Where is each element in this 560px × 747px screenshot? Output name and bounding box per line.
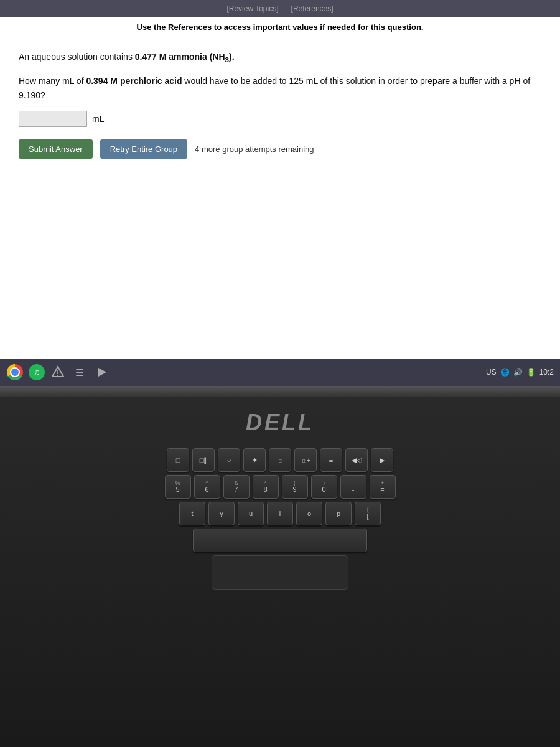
key-f3[interactable]: ✦ bbox=[243, 448, 266, 472]
attempts-remaining-text: 4 more group attempts remaining bbox=[195, 144, 314, 154]
volume-icon: 🔊 bbox=[513, 368, 523, 377]
question-line1: An aqueous solution contains 0.477 M amm… bbox=[19, 50, 541, 65]
trackpad[interactable] bbox=[212, 555, 348, 590]
key-escape[interactable]: □ bbox=[167, 448, 189, 472]
review-topics-link[interactable]: [Review Topics] bbox=[226, 4, 278, 13]
key-space[interactable] bbox=[193, 529, 367, 552]
button-row: Submit Answer Retry Entire Group 4 more … bbox=[19, 139, 541, 159]
taskbar: ♫ ☰ US bbox=[0, 359, 560, 386]
answer-input[interactable] bbox=[19, 111, 87, 127]
drive-icon[interactable] bbox=[50, 364, 66, 380]
key-star-8[interactable]: *8 bbox=[253, 475, 279, 499]
key-close-0[interactable]: )0 bbox=[311, 475, 337, 499]
play-icon[interactable] bbox=[93, 364, 111, 381]
keyboard-area: □ □∥ ○ ✦ ☼ ☼+ ≡ ◀◁ ▶ %5 ^6 &7 *8 bbox=[37, 442, 523, 599]
key-f4[interactable]: ☼ bbox=[269, 448, 291, 472]
key-f5[interactable]: ☼+ bbox=[294, 448, 317, 472]
key-caret-6[interactable]: ^6 bbox=[194, 475, 220, 499]
key-open-brace[interactable]: {[ bbox=[355, 502, 381, 525]
key-percent-5[interactable]: %5 bbox=[165, 475, 191, 499]
reference-notice-text: Use the References to access important v… bbox=[137, 22, 424, 32]
taskbar-right: US 🌐 🔊 🔋 10:2 bbox=[486, 368, 554, 377]
key-f2[interactable]: ○ bbox=[218, 448, 240, 472]
taskbar-left: ♫ ☰ bbox=[6, 364, 111, 381]
keyboard-row-fn: □ □∥ ○ ✦ ☼ ☼+ ≡ ◀◁ ▶ bbox=[44, 448, 516, 472]
files-icon[interactable]: ☰ bbox=[71, 364, 88, 381]
key-i[interactable]: i bbox=[267, 502, 293, 525]
spotify-icon[interactable]: ♫ bbox=[29, 364, 45, 380]
browser-content: [Review Topics] [References] Use the Ref… bbox=[0, 0, 560, 386]
key-p[interactable]: p bbox=[325, 502, 352, 525]
key-u[interactable]: u bbox=[238, 502, 264, 525]
key-f8[interactable]: ▶ bbox=[371, 448, 393, 472]
svg-point-2 bbox=[57, 375, 58, 376]
key-amp-7[interactable]: &7 bbox=[223, 475, 250, 499]
key-f7[interactable]: ◀◁ bbox=[345, 448, 368, 472]
key-equals[interactable]: += bbox=[370, 475, 396, 499]
question-area: An aqueous solution contains 0.477 M amm… bbox=[0, 37, 560, 386]
battery-icon: 🔋 bbox=[526, 368, 536, 377]
network-icon: 🌐 bbox=[500, 368, 510, 377]
key-open-9[interactable]: (9 bbox=[282, 475, 308, 499]
chrome-icon[interactable] bbox=[6, 364, 24, 381]
key-o[interactable]: o bbox=[296, 502, 322, 525]
screen: [Review Topics] [References] Use the Ref… bbox=[0, 0, 560, 386]
answer-row: mL bbox=[19, 111, 541, 127]
key-t[interactable]: t bbox=[179, 502, 205, 525]
key-minus[interactable]: _- bbox=[340, 475, 366, 499]
laptop-body: DELL □ □∥ ○ ✦ ☼ ☼+ ≡ ◀◁ ▶ %5 ^6 &7 bbox=[0, 386, 560, 747]
top-bar: [Review Topics] [References] bbox=[0, 0, 560, 17]
time-display: 10:2 bbox=[539, 368, 554, 377]
reference-notice: Use the References to access important v… bbox=[0, 17, 560, 37]
laptop-hinge bbox=[0, 386, 560, 397]
keyboard-row-numbers: %5 ^6 &7 *8 (9 )0 _- += bbox=[44, 475, 516, 499]
keyboard-row-space bbox=[44, 529, 516, 552]
retry-entire-group-button[interactable]: Retry Entire Group bbox=[100, 139, 187, 159]
key-f6[interactable]: ≡ bbox=[320, 448, 342, 472]
unit-label: mL bbox=[92, 114, 104, 124]
key-f1[interactable]: □∥ bbox=[192, 448, 215, 472]
references-link[interactable]: [References] bbox=[291, 4, 334, 13]
question-line2: How many mL of 0.394 M perchloric acid w… bbox=[19, 74, 541, 102]
dell-logo-area: DELL bbox=[246, 410, 314, 436]
region-label: US bbox=[486, 368, 497, 377]
keyboard-row-tyuiop: t y u i o p {[ bbox=[44, 502, 516, 525]
submit-answer-button[interactable]: Submit Answer bbox=[19, 139, 93, 159]
dell-logo: DELL bbox=[246, 410, 314, 436]
key-y[interactable]: y bbox=[208, 502, 235, 525]
